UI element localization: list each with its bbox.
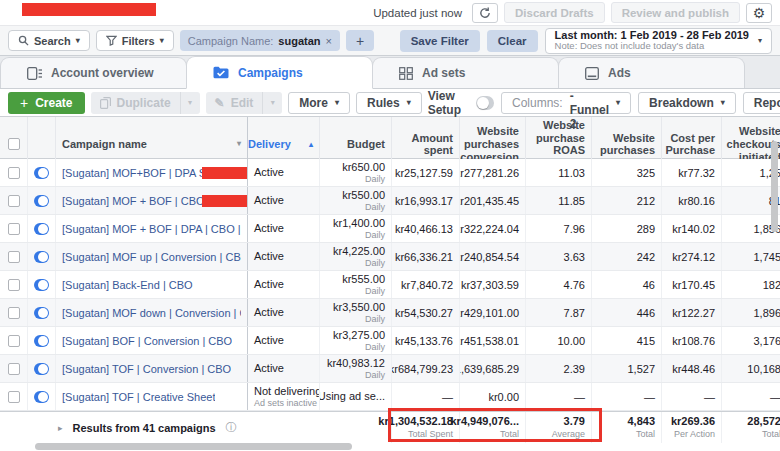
budget-type: Daily — [365, 342, 385, 353]
campaign-active-toggle[interactable] — [34, 279, 49, 291]
save-filter-button[interactable]: Save Filter — [400, 30, 480, 52]
campaign-active-toggle[interactable] — [34, 223, 49, 235]
purchase-roas-value: 7.96 — [526, 215, 592, 242]
delivery-substatus: Ad sets inactive — [254, 398, 317, 409]
settings-button[interactable]: ⚙ — [746, 3, 772, 23]
delivery-status: Active — [254, 334, 284, 347]
row-checkbox[interactable] — [8, 335, 20, 347]
rules-dropdown[interactable]: Rules▾ — [356, 92, 422, 114]
filter-chip-campaign-name[interactable]: Campaign Name: sugatan × — [180, 30, 340, 51]
edit-caret-button[interactable]: ▾ — [262, 92, 282, 114]
total-checkouts-label: Total — [762, 429, 780, 440]
row-checkbox[interactable] — [8, 363, 20, 375]
total-spent-value: kr1,304,532.18 — [378, 415, 453, 429]
chevron-down-icon: ▾ — [76, 37, 80, 45]
campaign-active-toggle[interactable] — [34, 363, 49, 375]
search-dropdown[interactable]: Search▾ — [8, 30, 90, 51]
date-range-note: Note: Does not include today's data — [555, 41, 749, 52]
website-purchases-value: 212 — [592, 187, 662, 214]
chevron-down-icon: ▾ — [721, 99, 725, 107]
purchase-roas-value: 11.03 — [526, 159, 592, 186]
columns-dropdown[interactable]: Columns: David - Funnel 2 ▾ — [501, 92, 631, 114]
close-icon[interactable]: × — [326, 35, 332, 47]
horizontal-scrollbar[interactable] — [35, 443, 352, 450]
purchase-roas-value: 11.85 — [526, 187, 592, 214]
row-checkbox[interactable] — [8, 195, 20, 207]
budget-type: Daily — [365, 370, 385, 381]
campaign-name-link[interactable]: [Sugatan] BOF | Conversion | CBO — [62, 335, 232, 347]
row-checkbox[interactable] — [8, 251, 20, 263]
redaction-box — [202, 195, 248, 207]
select-all-checkbox[interactable] — [8, 138, 20, 150]
create-button[interactable]: + Create — [8, 92, 85, 114]
tab-account-overview[interactable]: Account overview — [0, 57, 187, 88]
add-filter-button[interactable]: + — [346, 30, 374, 51]
budget-value: Using ad se... — [320, 390, 385, 403]
purchases-conversion-value: kr37,303.59 — [460, 271, 526, 298]
refresh-icon — [479, 7, 491, 19]
campaign-active-toggle[interactable] — [34, 195, 49, 207]
review-publish-button[interactable]: Review and publish — [611, 2, 740, 23]
campaign-name-link[interactable]: [Sugatan] Back-End | CBO — [62, 279, 193, 291]
ad-sets-grid-icon — [399, 67, 413, 80]
cost-per-purchase-value: kr108.76 — [662, 327, 722, 354]
reports-dropdown[interactable]: Reports▾ — [743, 92, 780, 114]
chevron-down-icon: ▾ — [160, 37, 164, 45]
website-purchases-value: 1,527 — [592, 355, 662, 382]
refresh-button[interactable] — [472, 3, 498, 23]
tab-ad-sets[interactable]: Ad sets — [372, 57, 559, 88]
campaign-active-toggle[interactable] — [34, 251, 49, 263]
amount-spent-value: kr7,840.72 — [392, 271, 460, 298]
checkouts-initiated-value: 1,896 — [722, 299, 780, 326]
chevron-down-icon: ▾ — [188, 98, 192, 107]
row-checkbox[interactable] — [8, 391, 20, 403]
checkouts-initiated-value: 1,745 — [722, 243, 780, 270]
campaign-name-link[interactable]: [Sugatan] MOF up | Conversion | CBO — [62, 251, 241, 263]
expand-results-icon[interactable]: ▸ — [58, 423, 63, 433]
campaigns-folder-icon — [213, 66, 229, 79]
breakdown-dropdown[interactable]: Breakdown▾ — [638, 92, 736, 114]
clear-filter-button[interactable]: Clear — [487, 30, 538, 52]
campaign-name-link[interactable]: [Sugatan] MOF down | Conversion | CBO — [62, 307, 241, 319]
search-icon — [18, 35, 29, 46]
campaign-name-link[interactable]: [Sugatan] MOF + BOF | DPA | CBO | Worldw… — [62, 223, 241, 235]
discard-drafts-button[interactable]: Discard Drafts — [504, 2, 605, 23]
campaign-active-toggle[interactable] — [34, 335, 49, 347]
purchase-roas-value: 10.00 — [526, 327, 592, 354]
duplicate-button[interactable]: Duplicate — [91, 92, 180, 114]
total-purchases-value: 4,843 — [627, 415, 655, 429]
row-checkbox[interactable] — [8, 223, 20, 235]
info-icon[interactable]: ⓘ — [226, 420, 237, 435]
row-checkbox[interactable] — [8, 307, 20, 319]
cost-per-purchase-value: kr122.27 — [662, 299, 722, 326]
budget-type: Daily — [365, 286, 385, 297]
view-setup-toggle[interactable] — [476, 96, 494, 110]
campaign-active-toggle[interactable] — [34, 167, 49, 179]
table-footer: ▸ Results from 41 campaigns ⓘ kr1,304,53… — [0, 411, 780, 443]
tab-campaigns[interactable]: Campaigns — [186, 56, 373, 89]
row-checkbox[interactable] — [8, 167, 20, 179]
website-purchases-value: 446 — [592, 299, 662, 326]
campaign-active-toggle[interactable] — [34, 307, 49, 319]
tab-ads[interactable]: Ads — [558, 57, 745, 88]
campaign-name-link[interactable]: [Sugatan] TOF | Conversion | CBO — [62, 363, 231, 375]
checkouts-initiated-value: — — [722, 383, 780, 410]
total-spent-label: Total Spent — [408, 429, 453, 440]
amount-spent-value: — — [392, 383, 460, 410]
plus-icon: + — [20, 95, 28, 111]
filters-dropdown[interactable]: Filters▾ — [96, 30, 174, 51]
campaign-name-link[interactable]: [Sugatan] TOF | Creative Sheet — [62, 391, 215, 403]
duplicate-caret-button[interactable]: ▾ — [180, 92, 200, 114]
vertical-scrollbar[interactable] — [771, 141, 778, 232]
more-dropdown[interactable]: More▾ — [288, 92, 350, 114]
date-range-selector[interactable]: Last month: 1 Feb 2019 - 28 Feb 2019 Not… — [545, 28, 772, 54]
cost-per-purchase-value: kr140.02 — [662, 215, 722, 242]
website-purchases-value: — — [592, 383, 662, 410]
row-checkbox[interactable] — [8, 279, 20, 291]
campaign-active-toggle[interactable] — [34, 391, 49, 403]
website-purchases-value: 242 — [592, 243, 662, 270]
plus-icon: + — [356, 33, 364, 49]
amount-spent-value: kr16,993.17 — [392, 187, 460, 214]
budget-type: Daily — [365, 230, 385, 241]
edit-button[interactable]: ✎ Edit — [206, 92, 263, 114]
